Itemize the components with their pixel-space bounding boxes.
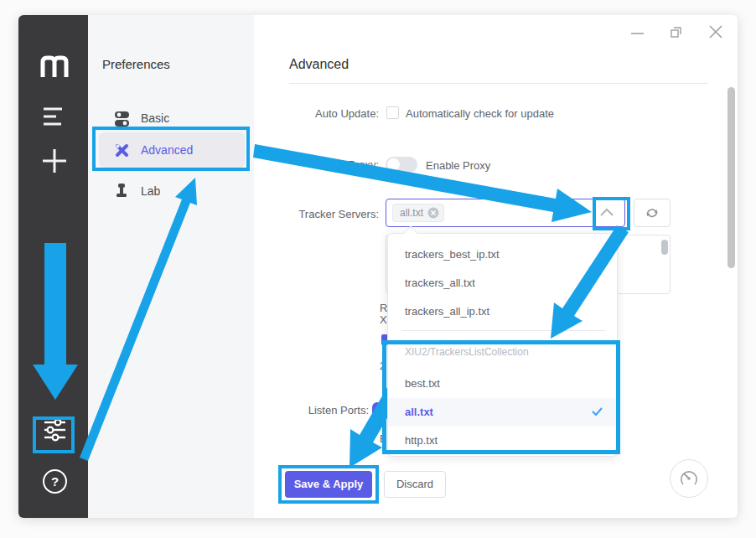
- dropdown-item[interactable]: trackers_all.txt: [388, 269, 617, 297]
- motrix-logo-icon: [39, 52, 70, 79]
- tracker-servers-label: Tracker Servers:: [245, 208, 379, 220]
- auto-update-checkbox[interactable]: [386, 106, 399, 119]
- preferences-panel: [88, 15, 254, 518]
- proxy-toggle[interactable]: [386, 157, 417, 173]
- occluded-toggle: [372, 402, 382, 417]
- occluded-text: X: [380, 313, 387, 326]
- page-title: Advanced: [289, 57, 349, 72]
- proxy-label: Proxy:: [245, 158, 379, 171]
- add-task-icon[interactable]: [42, 147, 69, 174]
- help-icon[interactable]: ?: [43, 469, 67, 494]
- tag-remove-icon[interactable]: [427, 207, 439, 219]
- occluded-text: R: [380, 302, 387, 314]
- auto-update-checkbox-label[interactable]: Automatically check for update: [406, 107, 554, 120]
- divider: [289, 83, 708, 84]
- close-icon[interactable]: [708, 24, 723, 39]
- sidebar-item-label: Lab: [141, 184, 160, 198]
- auto-update-label: Auto Update:: [245, 107, 379, 120]
- discard-button[interactable]: Discard: [384, 471, 446, 498]
- sync-icon: [645, 206, 660, 220]
- maximize-icon[interactable]: [670, 25, 683, 39]
- textarea-scrollbar[interactable]: [661, 240, 668, 255]
- window-scrollbar[interactable]: [728, 87, 735, 268]
- annotation-box-save: [278, 465, 379, 504]
- dropdown-item[interactable]: trackers_best_ip.txt: [388, 241, 617, 269]
- listen-ports-label: Listen Ports:: [235, 404, 369, 416]
- proxy-toggle-label: Enable Proxy: [426, 159, 490, 172]
- annotation-box-settings: [33, 416, 75, 453]
- sidebar-item-label: Basic: [141, 111, 169, 125]
- speed-limit-button[interactable]: [670, 459, 708, 498]
- lab-icon: [114, 183, 130, 199]
- minimize-icon[interactable]: [630, 28, 645, 39]
- selected-tag: all.txt: [392, 204, 444, 222]
- refresh-trackers-button[interactable]: [634, 199, 671, 227]
- gauge-icon: [677, 467, 701, 490]
- toggles-icon: [114, 111, 130, 127]
- selected-tag-label: all.txt: [400, 207, 423, 219]
- task-list-icon[interactable]: [41, 106, 68, 127]
- preferences-title: Preferences: [102, 57, 170, 71]
- sidebar-item-lab[interactable]: Lab: [114, 173, 240, 209]
- annotation-box-chevron: [593, 197, 630, 230]
- annotation-box-dropdown-group: [382, 340, 620, 454]
- annotation-box-advanced: [92, 127, 250, 171]
- dropdown-item[interactable]: trackers_all_ip.txt: [388, 297, 617, 326]
- dropdown-divider: [401, 330, 605, 331]
